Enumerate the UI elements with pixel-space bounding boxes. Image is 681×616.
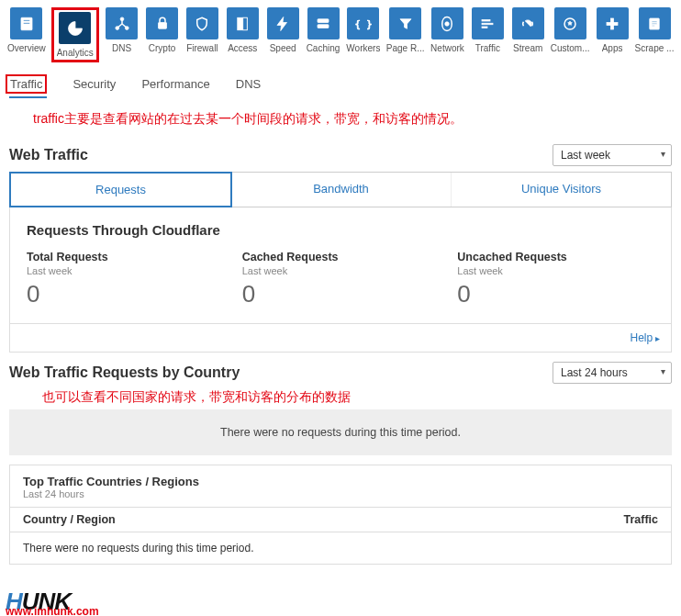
firewall-icon: [186, 7, 218, 39]
stats-row: Total RequestsLast week0Cached RequestsL…: [27, 251, 654, 308]
nav-dns[interactable]: DNS: [105, 7, 140, 62]
col-country: Country / Region: [23, 513, 116, 526]
svg-rect-21: [652, 23, 657, 24]
svg-rect-13: [482, 19, 490, 21]
nav-traffic[interactable]: Traffic: [470, 7, 505, 62]
country-empty-banner: There were no requests during this time …: [9, 409, 672, 455]
nav-caching[interactable]: Caching: [306, 7, 340, 62]
svg-rect-22: [652, 25, 655, 26]
scrape-icon: [639, 7, 671, 39]
nav-label: Page R...: [386, 43, 425, 53]
by-country-section: Web Traffic Requests by Country Last 24 …: [0, 356, 681, 568]
nav-label: DNS: [112, 43, 131, 53]
analytics-subtabs: Traffic Security Performance DNS: [0, 64, 681, 104]
stat-block: Uncached RequestsLast week0: [457, 251, 654, 308]
nav-network[interactable]: Network: [430, 7, 465, 62]
nav-stream[interactable]: Stream: [510, 7, 545, 62]
svg-rect-18: [607, 22, 618, 25]
overview-icon: [10, 7, 42, 39]
nav-firewall[interactable]: Firewall: [184, 7, 219, 62]
stat-value: 0: [242, 280, 440, 308]
stat-sub: Last week: [27, 265, 224, 276]
country-table-header: Country / Region Traffic: [10, 507, 671, 532]
svg-rect-1: [23, 19, 30, 21]
svg-rect-15: [482, 27, 487, 28]
nav-label: Network: [430, 43, 464, 53]
apps-icon: [597, 7, 629, 39]
nav-label: Custom...: [551, 43, 590, 53]
speed-icon: [267, 7, 299, 39]
nav-apps[interactable]: Apps: [595, 7, 630, 62]
nav-access[interactable]: Access: [225, 7, 260, 62]
nav-label: Caching: [307, 43, 340, 53]
nav-label: Workers: [346, 43, 380, 53]
nav-label: Firewall: [186, 43, 218, 53]
by-country-range-select[interactable]: Last 24 hours: [553, 362, 672, 384]
svg-rect-6: [158, 22, 166, 28]
top-countries-sub: Last 24 hours: [23, 488, 658, 499]
dns-icon: [106, 7, 138, 39]
nav-pagerules[interactable]: Page R...: [386, 7, 425, 62]
caching-icon: [307, 7, 340, 39]
subtab-security[interactable]: Security: [73, 77, 116, 98]
col-traffic: Traffic: [623, 513, 658, 526]
by-country-title: Web Traffic Requests by Country: [9, 364, 240, 381]
nav-label: Apps: [602, 43, 623, 53]
requests-panel: Requests Through Cloudflare Total Reques…: [9, 207, 672, 324]
top-nav: OverviewAnalyticsDNSCryptoFirewallAccess…: [0, 0, 681, 64]
nav-workers[interactable]: { }Workers: [346, 7, 381, 62]
stream-icon: [512, 7, 544, 39]
svg-point-12: [445, 21, 450, 26]
access-icon: [227, 7, 259, 39]
requests-panel-title: Requests Through Cloudflare: [27, 222, 654, 238]
network-icon: [431, 7, 463, 39]
traffic-highlight: Traffic: [6, 74, 47, 94]
workers-icon: { }: [347, 7, 379, 39]
web-traffic-tabs: Requests Bandwidth Unique Visitors: [9, 172, 672, 207]
top-countries-panel: Top Traffic Countries / Regions Last 24 …: [9, 465, 672, 565]
subtab-performance[interactable]: Performance: [141, 77, 209, 98]
stat-value: 0: [27, 280, 224, 308]
svg-rect-8: [243, 17, 248, 30]
stat-sub: Last week: [242, 265, 440, 276]
subtab-dns[interactable]: DNS: [236, 77, 261, 98]
stat-block: Total RequestsLast week0: [27, 251, 224, 308]
stat-name: Total Requests: [27, 251, 224, 263]
top-countries-title: Top Traffic Countries / Regions: [23, 475, 658, 488]
nav-analytics[interactable]: Analytics: [56, 12, 95, 58]
site-url: www.imhunk.com: [6, 605, 99, 616]
web-traffic-range-select[interactable]: Last week: [553, 144, 672, 166]
nav-label: Stream: [513, 43, 542, 53]
analytics-highlight: Analytics: [51, 7, 99, 62]
tab-bandwidth[interactable]: Bandwidth: [231, 173, 452, 207]
help-link[interactable]: Help: [631, 331, 660, 344]
footer: HUNK www.imhunk.com: [0, 576, 681, 616]
nav-custom[interactable]: Custom...: [551, 7, 589, 62]
analytics-icon: [59, 12, 91, 44]
stat-name: Cached Requests: [242, 251, 440, 263]
svg-rect-2: [23, 22, 30, 24]
nav-label: Analytics: [57, 48, 94, 58]
svg-rect-10: [318, 24, 329, 28]
help-row: Help: [9, 324, 672, 353]
nav-label: Access: [228, 43, 257, 53]
nav-label: Overview: [7, 43, 46, 53]
pagerules-icon: [389, 7, 421, 39]
nav-speed[interactable]: Speed: [265, 7, 300, 62]
nav-crypto[interactable]: Crypto: [145, 7, 180, 62]
nav-overview[interactable]: Overview: [7, 7, 46, 62]
traffic-icon: [472, 7, 504, 39]
subtab-traffic[interactable]: Traffic: [9, 77, 47, 98]
tab-requests[interactable]: Requests: [9, 172, 232, 207]
custom-icon: [554, 7, 586, 39]
stat-sub: Last week: [457, 265, 654, 276]
nav-label: Traffic: [475, 43, 500, 53]
svg-rect-9: [318, 18, 329, 22]
svg-text:{ }: { }: [355, 17, 372, 28]
stat-block: Cached RequestsLast week0: [242, 251, 440, 308]
web-traffic-title: Web Traffic: [9, 147, 88, 163]
tab-unique-visitors[interactable]: Unique Visitors: [452, 173, 671, 207]
annotation-country-desc: 也可以查看不同国家的请求，带宽和访客的分布的数据: [9, 389, 672, 409]
nav-scrape[interactable]: Scrape ...: [635, 7, 674, 62]
svg-rect-14: [482, 23, 493, 25]
